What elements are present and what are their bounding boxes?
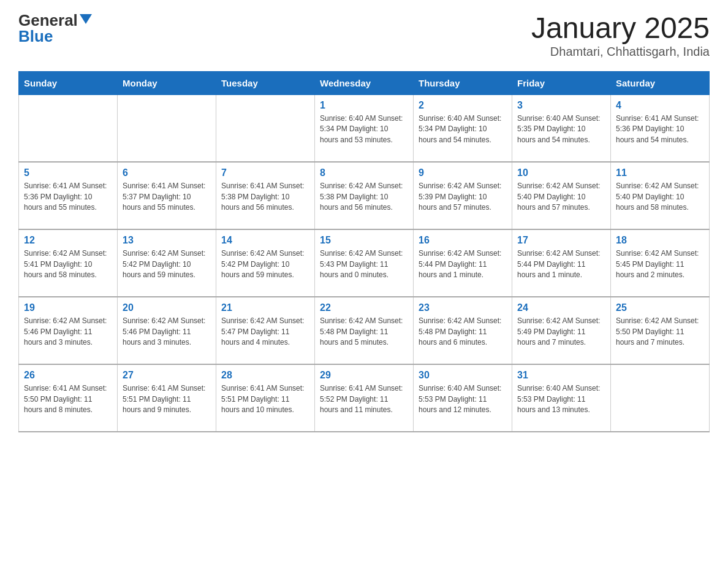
calendar-subtitle: Dhamtari, Chhattisgarh, India — [531, 45, 710, 59]
day-number: 20 — [123, 302, 211, 313]
calendar-cell: 14Sunrise: 6:42 AM Sunset: 5:42 PM Dayli… — [216, 229, 315, 297]
calendar-cell: 19Sunrise: 6:42 AM Sunset: 5:46 PM Dayli… — [19, 297, 118, 364]
day-info: Sunrise: 6:41 AM Sunset: 5:51 PM Dayligh… — [221, 383, 309, 415]
day-number: 30 — [419, 370, 507, 381]
day-number: 3 — [517, 100, 605, 111]
day-number: 28 — [221, 370, 309, 381]
header-cell-monday: Monday — [118, 71, 216, 94]
week-row-5: 26Sunrise: 6:41 AM Sunset: 5:50 PM Dayli… — [19, 364, 710, 432]
day-number: 16 — [419, 235, 507, 246]
day-info: Sunrise: 6:42 AM Sunset: 5:46 PM Dayligh… — [123, 316, 211, 348]
day-info: Sunrise: 6:42 AM Sunset: 5:47 PM Dayligh… — [221, 316, 309, 348]
calendar-cell: 13Sunrise: 6:42 AM Sunset: 5:42 PM Dayli… — [118, 229, 216, 297]
day-number: 27 — [123, 370, 211, 381]
day-number: 15 — [320, 235, 408, 246]
day-info: Sunrise: 6:42 AM Sunset: 5:48 PM Dayligh… — [419, 316, 507, 348]
day-info: Sunrise: 6:42 AM Sunset: 5:38 PM Dayligh… — [320, 181, 408, 213]
day-info: Sunrise: 6:42 AM Sunset: 5:42 PM Dayligh… — [221, 248, 309, 280]
day-number: 17 — [517, 235, 605, 246]
day-info: Sunrise: 6:42 AM Sunset: 5:43 PM Dayligh… — [320, 248, 408, 280]
day-number: 22 — [320, 302, 408, 313]
calendar-cell: 7Sunrise: 6:41 AM Sunset: 5:38 PM Daylig… — [216, 162, 315, 229]
day-number: 21 — [221, 302, 309, 313]
day-info: Sunrise: 6:42 AM Sunset: 5:46 PM Dayligh… — [24, 316, 112, 348]
calendar-cell: 24Sunrise: 6:42 AM Sunset: 5:49 PM Dayli… — [512, 297, 611, 364]
logo: General Blue — [18, 12, 92, 44]
week-row-1: 1Sunrise: 6:40 AM Sunset: 5:34 PM Daylig… — [19, 94, 710, 162]
day-number: 8 — [320, 167, 408, 178]
week-row-4: 19Sunrise: 6:42 AM Sunset: 5:46 PM Dayli… — [19, 297, 710, 364]
calendar-cell: 2Sunrise: 6:40 AM Sunset: 5:34 PM Daylig… — [414, 94, 512, 162]
calendar-cell: 16Sunrise: 6:42 AM Sunset: 5:44 PM Dayli… — [414, 229, 512, 297]
day-number: 14 — [221, 235, 309, 246]
day-info: Sunrise: 6:40 AM Sunset: 5:34 PM Dayligh… — [320, 113, 408, 145]
day-number: 1 — [320, 100, 408, 111]
calendar-cell: 15Sunrise: 6:42 AM Sunset: 5:43 PM Dayli… — [315, 229, 414, 297]
calendar-cell: 4Sunrise: 6:41 AM Sunset: 5:36 PM Daylig… — [611, 94, 710, 162]
calendar-cell: 6Sunrise: 6:41 AM Sunset: 5:37 PM Daylig… — [118, 162, 216, 229]
day-info: Sunrise: 6:42 AM Sunset: 5:44 PM Dayligh… — [419, 248, 507, 280]
calendar-cell: 1Sunrise: 6:40 AM Sunset: 5:34 PM Daylig… — [315, 94, 414, 162]
logo-general: General — [18, 12, 78, 28]
day-info: Sunrise: 6:41 AM Sunset: 5:50 PM Dayligh… — [24, 383, 112, 415]
week-row-3: 12Sunrise: 6:42 AM Sunset: 5:41 PM Dayli… — [19, 229, 710, 297]
week-row-2: 5Sunrise: 6:41 AM Sunset: 5:36 PM Daylig… — [19, 162, 710, 229]
day-info: Sunrise: 6:42 AM Sunset: 5:49 PM Dayligh… — [517, 316, 605, 348]
logo-blue: Blue — [18, 27, 53, 45]
day-info: Sunrise: 6:42 AM Sunset: 5:48 PM Dayligh… — [320, 316, 408, 348]
day-info: Sunrise: 6:41 AM Sunset: 5:36 PM Dayligh… — [616, 113, 704, 145]
day-number: 11 — [616, 167, 704, 178]
calendar-cell: 10Sunrise: 6:42 AM Sunset: 5:40 PM Dayli… — [512, 162, 611, 229]
header-cell-thursday: Thursday — [414, 71, 512, 94]
calendar-cell: 30Sunrise: 6:40 AM Sunset: 5:53 PM Dayli… — [414, 364, 512, 432]
day-number: 4 — [616, 100, 704, 111]
page-header: General Blue January 2025 Dhamtari, Chha… — [18, 12, 710, 59]
day-number: 18 — [616, 235, 704, 246]
calendar-cell: 5Sunrise: 6:41 AM Sunset: 5:36 PM Daylig… — [19, 162, 118, 229]
calendar-cell: 29Sunrise: 6:41 AM Sunset: 5:52 PM Dayli… — [315, 364, 414, 432]
day-number: 24 — [517, 302, 605, 313]
calendar-cell: 17Sunrise: 6:42 AM Sunset: 5:44 PM Dayli… — [512, 229, 611, 297]
title-block: January 2025 Dhamtari, Chhattisgarh, Ind… — [531, 12, 710, 59]
calendar-cell — [19, 94, 118, 162]
day-number: 19 — [24, 302, 112, 313]
calendar-cell: 25Sunrise: 6:42 AM Sunset: 5:50 PM Dayli… — [611, 297, 710, 364]
header-cell-sunday: Sunday — [19, 71, 118, 94]
calendar-cell: 8Sunrise: 6:42 AM Sunset: 5:38 PM Daylig… — [315, 162, 414, 229]
day-info: Sunrise: 6:40 AM Sunset: 5:34 PM Dayligh… — [419, 113, 507, 145]
day-number: 5 — [24, 167, 112, 178]
calendar-cell: 11Sunrise: 6:42 AM Sunset: 5:40 PM Dayli… — [611, 162, 710, 229]
calendar-cell: 26Sunrise: 6:41 AM Sunset: 5:50 PM Dayli… — [19, 364, 118, 432]
day-info: Sunrise: 6:42 AM Sunset: 5:41 PM Dayligh… — [24, 248, 112, 280]
header-cell-tuesday: Tuesday — [216, 71, 315, 94]
header-cell-friday: Friday — [512, 71, 611, 94]
day-info: Sunrise: 6:40 AM Sunset: 5:53 PM Dayligh… — [517, 383, 605, 415]
day-info: Sunrise: 6:42 AM Sunset: 5:44 PM Dayligh… — [517, 248, 605, 280]
header-cell-saturday: Saturday — [611, 71, 710, 94]
day-info: Sunrise: 6:42 AM Sunset: 5:40 PM Dayligh… — [517, 181, 605, 213]
calendar-cell: 20Sunrise: 6:42 AM Sunset: 5:46 PM Dayli… — [118, 297, 216, 364]
day-number: 25 — [616, 302, 704, 313]
day-info: Sunrise: 6:42 AM Sunset: 5:45 PM Dayligh… — [616, 248, 704, 280]
day-number: 10 — [517, 167, 605, 178]
day-number: 31 — [517, 370, 605, 381]
calendar-cell: 21Sunrise: 6:42 AM Sunset: 5:47 PM Dayli… — [216, 297, 315, 364]
calendar-cell: 18Sunrise: 6:42 AM Sunset: 5:45 PM Dayli… — [611, 229, 710, 297]
day-number: 9 — [419, 167, 507, 178]
calendar-cell: 22Sunrise: 6:42 AM Sunset: 5:48 PM Dayli… — [315, 297, 414, 364]
day-number: 29 — [320, 370, 408, 381]
calendar-cell — [118, 94, 216, 162]
calendar-cell: 9Sunrise: 6:42 AM Sunset: 5:39 PM Daylig… — [414, 162, 512, 229]
day-number: 23 — [419, 302, 507, 313]
day-info: Sunrise: 6:41 AM Sunset: 5:51 PM Dayligh… — [123, 383, 211, 415]
day-number: 7 — [221, 167, 309, 178]
calendar-cell — [216, 94, 315, 162]
calendar-cell — [611, 364, 710, 432]
day-info: Sunrise: 6:41 AM Sunset: 5:52 PM Dayligh… — [320, 383, 408, 415]
header-cell-wednesday: Wednesday — [315, 71, 414, 94]
day-number: 12 — [24, 235, 112, 246]
day-number: 13 — [123, 235, 211, 246]
header-row: SundayMondayTuesdayWednesdayThursdayFrid… — [19, 71, 710, 94]
day-info: Sunrise: 6:42 AM Sunset: 5:50 PM Dayligh… — [616, 316, 704, 348]
day-info: Sunrise: 6:41 AM Sunset: 5:37 PM Dayligh… — [123, 181, 211, 213]
